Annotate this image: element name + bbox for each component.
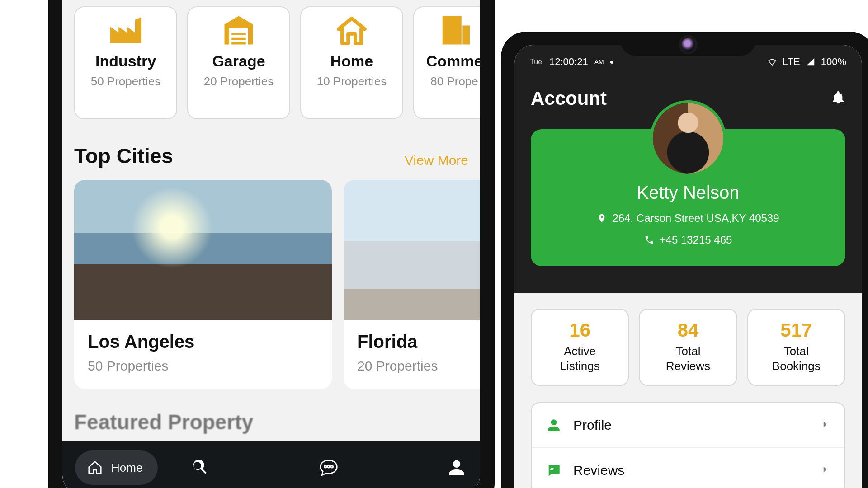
city-image [344,180,480,320]
stats-row: 16 ActiveListings 84 TotalReviews 517 To… [531,309,845,386]
phone-left-frame: Industry 50 Properties Garage 20 Propert… [49,0,494,488]
bottom-navbar: Home [62,441,480,488]
stat-value: 517 [753,319,840,341]
review-icon [545,462,562,479]
home-icon [331,11,373,50]
profile-address-line: 264, Carson Street USA,KY 40539 [542,212,835,225]
category-title: Industry [95,52,156,70]
city-name: Florida [357,332,475,352]
chat-icon [319,458,339,478]
view-more-link[interactable]: View More [405,153,468,168]
status-dot-icon [610,61,613,64]
category-title: Comme [426,52,480,70]
status-network: LTE [783,56,800,68]
status-time: 12:00:21 [549,56,588,68]
profile-phone: +45 13215 465 [660,234,732,246]
phone-icon [644,235,654,245]
city-image [74,180,332,320]
search-icon [190,458,210,478]
category-card-garage[interactable]: Garage 20 Properties [187,6,290,119]
category-sub: 50 Properties [91,75,161,89]
stat-value: 16 [536,319,623,341]
city-card-florida[interactable]: Florida 20 Properties [344,180,480,389]
stat-label: Total [784,344,809,358]
category-sub: 80 Prope [430,75,478,89]
signal-icon [806,57,816,67]
phone-left-screen: Industry 50 Properties Garage 20 Propert… [62,0,480,488]
profile-phone-line: +45 13215 465 [542,234,835,246]
garage-icon [218,11,259,50]
nav-search[interactable] [189,457,211,479]
nav-profile[interactable] [446,457,467,479]
stat-value: 84 [644,319,731,341]
city-name: Los Angeles [88,332,318,352]
stat-total-bookings[interactable]: 517 TotalBookings [747,309,845,386]
chevron-right-icon [819,418,831,432]
top-cities-heading: Top Cities [74,144,173,168]
category-card-industry[interactable]: Industry 50 Properties [74,6,177,119]
category-title: Garage [212,52,265,70]
menu-label: Profile [573,418,612,433]
menu-item-reviews[interactable]: Reviews [532,447,844,488]
featured-property-heading: Featured Property [74,410,468,434]
nav-home[interactable]: Home [75,450,158,485]
building-icon [434,11,475,50]
section-head-top-cities: Top Cities View More [74,144,468,168]
status-ampm: AM [594,58,604,66]
category-sub: 20 Properties [204,75,274,89]
category-title: Home [330,52,373,70]
city-row[interactable]: Los Angeles 50 Properties Florida 20 Pro… [74,180,468,389]
phone-right-screen: Tue 12:00:21 AM LTE 100% Account [514,45,862,488]
status-battery: 100% [821,56,846,68]
pin-icon [597,213,607,223]
stat-label: Bookings [772,359,821,373]
person-icon [447,458,467,478]
stat-label: Reviews [666,359,710,373]
notifications-button[interactable] [831,90,845,107]
wifi-icon [767,57,777,67]
menu-item-profile[interactable]: Profile [532,403,844,447]
phone-camera [681,38,695,52]
profile-address: 264, Carson Street USA,KY 40539 [612,212,779,225]
stat-label: Active [564,344,596,358]
home-icon [86,459,104,477]
account-menu: Profile Reviews [531,402,845,488]
chevron-right-icon [819,464,831,477]
status-day: Tue [530,58,542,66]
category-row: Industry 50 Properties Garage 20 Propert… [74,6,468,119]
stat-label: Listings [560,359,600,373]
bell-icon [831,90,845,105]
industry-icon [105,11,146,50]
city-sub: 50 Properties [88,358,318,374]
stat-total-reviews[interactable]: 84 TotalReviews [639,309,737,386]
person-icon [545,417,562,434]
profile-card: Ketty Nelson 264, Carson Street USA,KY 4… [531,129,845,266]
page-title: Account [531,88,607,109]
profile-name: Ketty Nelson [542,183,835,203]
stat-label: Total [676,344,701,358]
avatar[interactable] [653,103,723,174]
category-card-home[interactable]: Home 10 Properties [300,6,403,119]
nav-home-label: Home [111,461,142,475]
city-sub: 20 Properties [357,358,475,374]
stat-active-listings[interactable]: 16 ActiveListings [531,309,629,386]
category-sub: 10 Properties [317,75,387,89]
nav-chat[interactable] [318,457,340,479]
phone-right-frame: Tue 12:00:21 AM LTE 100% Account [502,33,868,488]
menu-label: Reviews [573,463,624,478]
city-card-los-angeles[interactable]: Los Angeles 50 Properties [74,180,332,389]
category-card-commerce[interactable]: Comme 80 Prope [413,6,480,119]
